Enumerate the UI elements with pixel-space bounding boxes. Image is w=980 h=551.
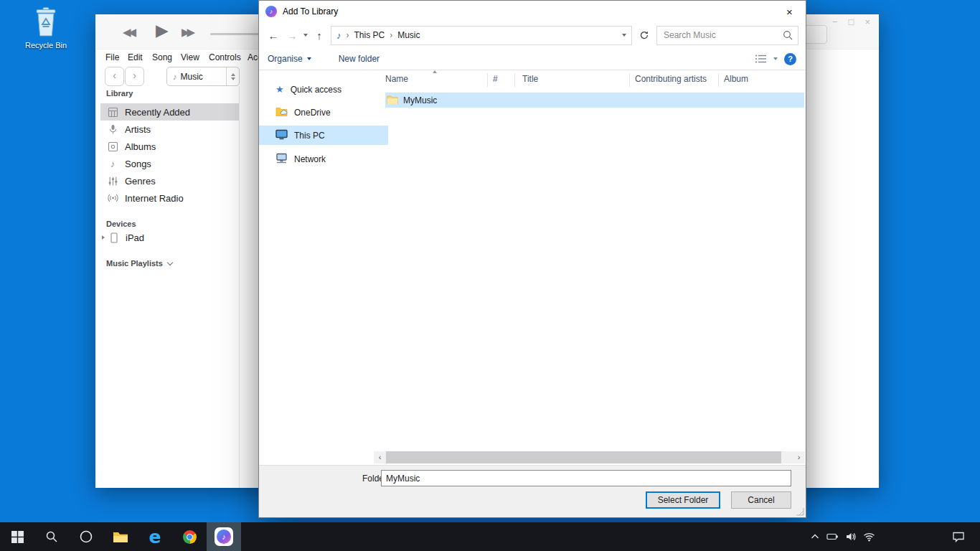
forward-chevron-icon: › [133, 69, 136, 81]
scroll-left-arrow[interactable]: ‹ [374, 451, 386, 463]
search-box[interactable] [656, 26, 798, 45]
menu-controls[interactable]: Controls [209, 52, 241, 62]
column-separator[interactable] [718, 73, 719, 87]
itunes-taskbar-button[interactable]: ♪ [207, 522, 241, 551]
breadcrumb[interactable]: ♪ › This PC › Music [331, 26, 632, 45]
breadcrumb-music[interactable]: Music [397, 30, 420, 40]
music-note-icon: ♪ [173, 72, 177, 81]
forward-button[interactable]: › [125, 67, 144, 86]
close-icon[interactable]: × [864, 17, 870, 27]
start-button[interactable] [0, 522, 34, 551]
address-dropdown-caret-icon[interactable] [622, 34, 626, 37]
dialog-close-button[interactable]: × [773, 1, 806, 22]
broadcast-icon [107, 193, 118, 204]
column-separator[interactable] [487, 73, 488, 87]
sidebar-item-recently-added[interactable]: Recently Added [100, 103, 239, 121]
sidebar-item-label: Internet Radio [125, 193, 184, 204]
scroll-right-arrow[interactable]: › [793, 451, 805, 463]
battery-icon [826, 531, 839, 542]
edge-button[interactable]: e [138, 522, 172, 551]
column-separator[interactable] [514, 73, 515, 87]
music-playlists-header[interactable]: Music Playlists [106, 259, 172, 268]
expand-caret-icon[interactable] [102, 235, 105, 240]
column-separator[interactable] [629, 73, 630, 87]
sidebar-item-ipad[interactable]: iPad [100, 229, 239, 246]
organise-button[interactable]: Organise [268, 54, 311, 64]
navpane-this-pc[interactable]: This PC [259, 126, 388, 145]
back-button[interactable]: ‹ [105, 67, 124, 86]
chrome-button[interactable] [172, 522, 207, 551]
organise-label: Organise [268, 54, 303, 64]
file-name: MyMusic [403, 95, 437, 105]
itunes-icon: ♪ [215, 527, 233, 546]
menu-song[interactable]: Song [152, 52, 172, 62]
breadcrumb-this-pc[interactable]: This PC [354, 30, 385, 40]
navpane-quick-access[interactable]: ★ Quick access [259, 80, 388, 99]
refresh-button[interactable] [636, 30, 652, 40]
search-input[interactable] [662, 29, 779, 41]
column-header-name[interactable]: Name [385, 74, 408, 84]
sidebar-item-label: Artists [125, 124, 151, 135]
itunes-search-field-edge [804, 25, 827, 44]
nav-forward-button[interactable]: ← [285, 30, 299, 41]
rewind-icon[interactable]: ◀◀ [123, 27, 133, 37]
sidebar-item-genres[interactable]: Genres [100, 172, 239, 189]
cancel-label: Cancel [748, 495, 774, 505]
resize-grip[interactable] [796, 507, 804, 516]
menu-view[interactable]: View [181, 52, 199, 62]
horizontal-scrollbar[interactable]: ‹ › [374, 451, 805, 463]
file-row-mymusic[interactable]: MyMusic [385, 93, 804, 108]
sidebar-item-albums[interactable]: Albums [100, 138, 239, 155]
volume-tray-button[interactable] [845, 531, 857, 542]
column-header-album[interactable]: Album [724, 74, 748, 84]
battery-tray-button[interactable] [826, 531, 839, 542]
chevron-down-icon [307, 57, 311, 60]
navpane-onedrive[interactable]: OneDrive [259, 103, 388, 122]
dialog-navigation-bar: ← ← ↑ ♪ › This PC › Music [259, 22, 806, 48]
column-header-title[interactable]: Title [522, 74, 538, 84]
sidebar-item-artists[interactable]: Artists [100, 121, 239, 138]
play-icon[interactable]: ▶ [156, 22, 169, 39]
media-kind-stepper[interactable] [226, 67, 239, 85]
file-explorer-button[interactable] [103, 522, 138, 551]
new-folder-button[interactable]: New folder [339, 54, 380, 64]
column-header-contributing-artists[interactable]: Contributing artists [635, 74, 707, 84]
select-folder-label: Select Folder [658, 495, 709, 505]
minimize-icon[interactable]: − [832, 17, 838, 27]
nav-up-button[interactable]: ↑ [312, 30, 326, 41]
column-header-number[interactable]: # [493, 74, 498, 84]
show-hidden-icons-button[interactable] [810, 532, 820, 542]
sidebar-item-internet-radio[interactable]: Internet Radio [100, 189, 239, 207]
fast-forward-icon[interactable]: ▶▶ [182, 27, 192, 37]
recent-locations-caret-icon[interactable] [303, 34, 308, 37]
stepper-up-icon [231, 73, 235, 76]
sidebar-item-songs[interactable]: ♪ Songs [100, 155, 239, 172]
windows-logo-icon [11, 531, 24, 543]
cortana-icon [79, 529, 93, 544]
navpane-label: OneDrive [294, 108, 331, 118]
chevron-up-icon [810, 532, 820, 542]
scrollbar-thumb[interactable] [386, 451, 781, 463]
media-kind-selector[interactable]: ♪ Music [166, 67, 240, 86]
recycle-bin-shortcut[interactable]: Recycle Bin [19, 6, 73, 50]
navpane-network[interactable]: Network [259, 149, 388, 169]
music-note-icon: ♪ [270, 9, 273, 15]
taskbar-search-button[interactable] [34, 522, 69, 551]
nav-back-button[interactable]: ← [266, 30, 281, 41]
menu-edit[interactable]: Edit [128, 52, 143, 62]
dialog-titlebar[interactable]: ♪ Add To Library [259, 1, 806, 22]
network-tray-button[interactable] [863, 531, 875, 542]
list-view-icon[interactable] [755, 54, 767, 64]
maximize-icon[interactable]: □ [849, 17, 854, 27]
folder-name-input[interactable] [381, 470, 791, 486]
help-button[interactable]: ? [784, 53, 796, 65]
select-folder-button[interactable]: Select Folder [646, 491, 720, 509]
cancel-button[interactable]: Cancel [731, 491, 791, 509]
cortana-button[interactable] [69, 522, 103, 551]
action-center-button[interactable] [943, 522, 974, 551]
view-options-caret-icon[interactable] [773, 57, 778, 60]
speaker-icon [845, 531, 857, 542]
volume-slider[interactable] [210, 33, 262, 35]
menu-file[interactable]: File [105, 52, 119, 62]
command-bar-right: ? [755, 48, 796, 70]
